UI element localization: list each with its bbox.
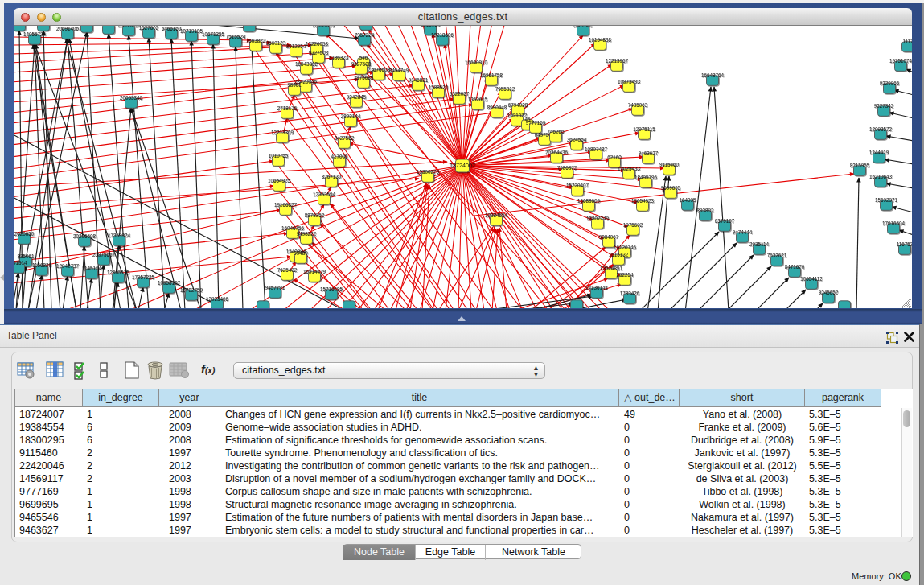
svg-text:9463627: 9463627 (639, 150, 659, 156)
svg-text:7357224: 7357224 (355, 32, 375, 38)
svg-text:6379197: 6379197 (715, 218, 735, 224)
svg-text:10671355: 10671355 (202, 31, 225, 37)
svg-text:18807249: 18807249 (586, 216, 610, 221)
svg-text:99489: 99489 (294, 250, 308, 256)
svg-text:16640910: 16640910 (465, 60, 488, 65)
svg-text:16053809: 16053809 (312, 26, 335, 28)
svg-text:2803144: 2803144 (341, 113, 361, 119)
svg-text:1117: 1117 (902, 39, 912, 44)
svg-text:835061: 835061 (17, 253, 35, 259)
svg-text:14055724: 14055724 (23, 31, 47, 37)
svg-text:20691406: 20691406 (56, 26, 80, 31)
svg-text:16543362: 16543362 (295, 61, 318, 67)
svg-text:5322037: 5322037 (450, 91, 470, 97)
svg-text:15720407: 15720407 (566, 183, 589, 188)
svg-text:16961758: 16961758 (480, 72, 503, 78)
svg-text:18495796: 18495796 (634, 175, 658, 180)
svg-text:417006: 417006 (331, 154, 348, 159)
svg-text:10655267: 10655267 (117, 26, 141, 28)
svg-text:9329966: 9329966 (880, 80, 900, 86)
svg-text:1588520: 1588520 (429, 84, 449, 90)
svg-text:9084067: 9084067 (599, 234, 619, 240)
svg-text:9699695: 9699695 (661, 185, 681, 191)
svg-text:19218506: 19218506 (431, 32, 454, 38)
svg-text:8215955: 8215955 (850, 163, 870, 168)
svg-text:9227342: 9227342 (874, 103, 894, 109)
svg-text:16914479: 16914479 (303, 269, 326, 274)
svg-text:23975667: 23975667 (92, 252, 116, 257)
svg-text:2718176: 2718176 (277, 105, 298, 111)
svg-text:1615132: 1615132 (609, 252, 629, 257)
svg-text:6466160: 6466160 (162, 26, 182, 31)
svg-text:13226058: 13226058 (306, 41, 329, 47)
svg-text:2935114: 2935114 (749, 241, 770, 247)
svg-text:23676608: 23676608 (368, 67, 391, 72)
svg-text:8427552: 8427552 (335, 135, 355, 141)
svg-text:8990448: 8990448 (487, 105, 507, 110)
svg-text:164095: 164095 (679, 197, 696, 203)
svg-text:1244419: 1244419 (869, 150, 889, 155)
svg-text:10654112: 10654112 (800, 276, 823, 282)
svg-text:98961: 98961 (287, 82, 302, 88)
svg-text:9242845: 9242845 (347, 94, 367, 100)
svg-text:3875685: 3875685 (354, 75, 374, 80)
svg-text:20053346: 20053346 (120, 95, 143, 101)
svg-text:19384554: 19384554 (485, 212, 508, 218)
svg-text:10025433: 10025433 (618, 166, 641, 171)
svg-text:19166827: 19166827 (274, 202, 298, 208)
svg-text:8186323: 8186323 (329, 55, 349, 60)
svg-text:13524851: 13524851 (600, 266, 623, 271)
svg-text:1975692: 1975692 (623, 222, 643, 228)
svg-text:19654923: 19654923 (631, 198, 655, 204)
svg-text:8878352: 8878352 (305, 212, 325, 218)
svg-text:9498222: 9498222 (297, 231, 317, 237)
svg-text:16210643: 16210643 (869, 174, 893, 179)
svg-text:116753: 116753 (897, 241, 912, 247)
svg-text:3624554: 3624554 (567, 137, 587, 142)
svg-text:1362615: 1362615 (468, 97, 488, 102)
svg-text:9474444: 9474444 (733, 229, 753, 235)
svg-text:7485063: 7485063 (628, 102, 648, 108)
svg-text:7625402: 7625402 (277, 267, 298, 273)
svg-text:15751074: 15751074 (889, 58, 912, 64)
svg-text:17957225: 17957225 (132, 274, 155, 280)
svg-text:16046756: 16046756 (281, 225, 305, 231)
svg-text:1145194: 1145194 (82, 266, 102, 271)
svg-text:12905135: 12905135 (107, 270, 130, 275)
svg-text:8813054: 8813054 (421, 26, 441, 27)
svg-text:1527602: 1527602 (139, 26, 159, 31)
svg-text:7663822: 7663822 (246, 38, 266, 43)
svg-text:8912954: 8912954 (286, 43, 306, 49)
svg-text:12923466: 12923466 (206, 296, 229, 302)
svg-text:7632621: 7632621 (767, 253, 787, 258)
svg-text:8267130: 8267130 (322, 174, 342, 179)
svg-text:1733426: 1733426 (620, 290, 640, 296)
svg-text:9777169: 9777169 (526, 120, 546, 126)
svg-text:12975115: 12975115 (633, 126, 655, 132)
svg-text:10973493: 10973493 (618, 79, 641, 84)
svg-text:7955812: 7955812 (495, 86, 515, 92)
svg-text:20206508: 20206508 (73, 233, 97, 239)
svg-text:10958107: 10958107 (158, 280, 181, 286)
svg-text:546: 546 (359, 55, 368, 60)
svg-text:2087682: 2087682 (573, 26, 593, 28)
svg-text:6794028: 6794028 (508, 102, 528, 108)
svg-text:20364436: 20364436 (545, 150, 569, 155)
svg-text:17016504: 17016504 (882, 220, 906, 226)
svg-text:12942737: 12942737 (56, 263, 80, 269)
svg-text:2620650: 2620650 (14, 231, 35, 237)
svg-text:17359924: 17359924 (108, 233, 131, 238)
svg-text:15692971: 15692971 (875, 197, 898, 203)
svg-text:10688609: 10688609 (577, 198, 601, 204)
svg-text:7515524: 7515524 (226, 34, 246, 39)
svg-text:10719185: 10719185 (180, 28, 203, 34)
svg-text:1010755: 1010755 (269, 153, 289, 159)
svg-text:893892: 893892 (696, 208, 714, 213)
svg-text:16782759: 16782759 (180, 287, 203, 293)
svg-text:12213369: 12213369 (271, 130, 294, 135)
svg-text:15716485: 15716485 (320, 286, 343, 292)
svg-text:9146821: 9146821 (409, 77, 429, 83)
svg-text:9327508: 9327508 (351, 61, 372, 67)
svg-text:18724007: 18724007 (450, 162, 475, 169)
svg-text:9115460: 9115460 (659, 162, 680, 167)
